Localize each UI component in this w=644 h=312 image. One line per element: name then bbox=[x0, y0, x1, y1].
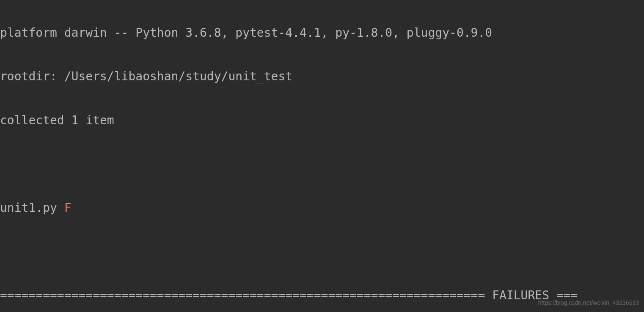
watermark: https://blog.csdn.net/weixin_43236533 bbox=[538, 298, 639, 309]
collected-info: collected 1 item bbox=[0, 109, 644, 131]
blank-line bbox=[0, 153, 644, 175]
fail-status: F bbox=[64, 201, 72, 215]
file-name: unit1.py bbox=[0, 201, 64, 215]
blank-line bbox=[0, 241, 644, 263]
terminal-output: platform darwin -- Python 3.6.8, pytest-… bbox=[0, 0, 644, 312]
rootdir-info: rootdir: /Users/libaoshan/study/unit_tes… bbox=[0, 66, 644, 88]
test-file-result: unit1.py F bbox=[0, 197, 644, 219]
separator-prefix: ========================================… bbox=[0, 288, 492, 302]
platform-info: platform darwin -- Python 3.6.8, pytest-… bbox=[0, 22, 644, 44]
